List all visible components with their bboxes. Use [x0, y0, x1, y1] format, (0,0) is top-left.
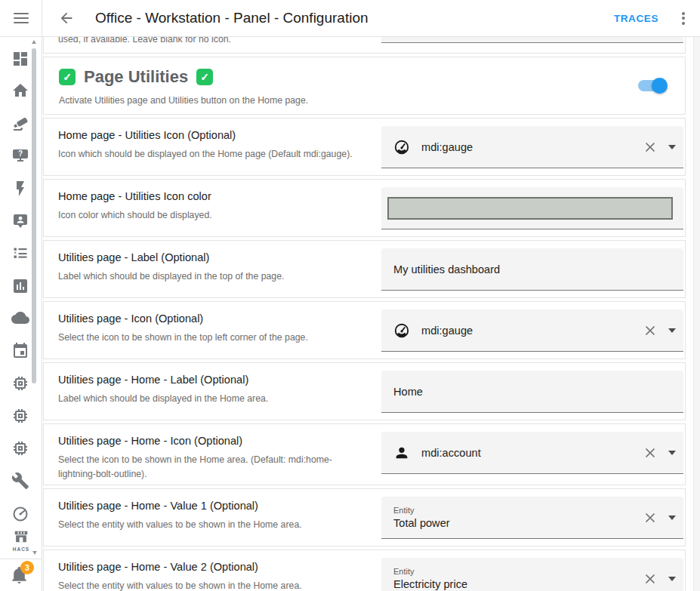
icon-select-input[interactable]: mdi:gauge: [381, 126, 683, 168]
row-label: Home page - Utilities Icon (Optional): [58, 129, 369, 141]
app-window: Office - Workstation - Panel - Configura…: [0, 0, 700, 591]
entity-select-input[interactable]: Entity Electricity price: [381, 558, 683, 591]
row-label: Utilities page - Home - Icon (Optional): [58, 435, 369, 447]
icon-select-value: mdi:account: [421, 447, 643, 459]
icon-select-value: mdi:gauge: [421, 141, 643, 153]
row-description: used, if available. Leave blank for no i…: [58, 37, 231, 45]
page-title: Office - Workstation - Panel - Configura…: [95, 10, 369, 26]
sidebar-item-calendar calendar-icon[interactable]: [11, 342, 29, 360]
notifications-button[interactable]: 3: [10, 565, 35, 588]
entity-select-value: Electricity price: [393, 578, 643, 590]
sidebar-item-tools wrench-icon[interactable]: [11, 472, 29, 490]
sidebar-scroll-up-icon[interactable]: [32, 40, 36, 44]
config-row: Utilities page - Home - Value 1 (Optiona…: [43, 488, 686, 546]
sidebar-item-cameras cctv-icon[interactable]: [11, 114, 29, 132]
sidebar-item-people account-box-icon[interactable]: [11, 212, 29, 230]
entity-select-value: Total power: [393, 517, 643, 529]
sidebar-item-device chip-icon[interactable]: [11, 439, 29, 457]
back-arrow-icon[interactable]: [58, 10, 75, 26]
row-description: Select the entity with values to be show…: [58, 518, 369, 532]
hacs-store-icon: [13, 528, 29, 545]
check-mark-icon: ✓: [59, 69, 76, 85]
config-row: Utilities page - Home - Icon (Optional) …: [43, 423, 686, 485]
text-input[interactable]: [381, 37, 683, 43]
gauge-icon: [393, 322, 410, 339]
clear-icon[interactable]: [643, 323, 658, 338]
sidebar-item-network network-question-icon[interactable]: ?: [11, 147, 29, 165]
row-description: Select the icon to be shown in the top l…: [58, 331, 369, 345]
sidebar-item-overview view-dashboard-icon[interactable]: [11, 50, 29, 68]
sidebar-scroll-down-icon[interactable]: [32, 551, 37, 555]
account-icon: [393, 445, 410, 461]
config-row: Utilities page - Label (Optional) Label …: [43, 240, 686, 298]
config-row: Home page - Utilities Icon (Optional) Ic…: [43, 118, 686, 176]
row-label: Utilities page - Home - Value 1 (Optiona…: [58, 500, 369, 512]
config-row-partial: used, if available. Leave blank for no i…: [43, 37, 686, 54]
sidebar-item-hacs[interactable]: HACS: [6, 528, 36, 552]
text-input-value: My utilities dashboard: [393, 263, 676, 275]
sidebar-item-gauge speedometer-icon[interactable]: [11, 505, 29, 523]
sidebar-header-cell: [0, 0, 42, 36]
clear-icon[interactable]: [643, 140, 658, 155]
sidebar: ? HACS 3: [0, 37, 42, 591]
main-content: used, if available. Leave blank for no i…: [43, 37, 686, 591]
kebab-menu-icon[interactable]: [677, 11, 690, 26]
notification-badge: 3: [20, 561, 34, 574]
sidebar-divider: [0, 559, 42, 559]
row-description: Icon which should be displayed on the Ho…: [58, 147, 369, 162]
row-description: Label which should be displayed in the t…: [58, 269, 369, 284]
row-label: Utilities page - Icon (Optional): [58, 312, 369, 325]
page-scrollbar[interactable]: [693, 37, 700, 591]
chevron-down-icon[interactable]: [668, 451, 676, 455]
sidebar-item-device chip-icon[interactable]: [11, 407, 29, 425]
clear-icon[interactable]: [643, 571, 658, 586]
sidebar-scrollbar[interactable]: [32, 48, 36, 383]
row-description: Select the icon to be shown in the Home …: [58, 453, 369, 482]
color-picker-input[interactable]: [381, 187, 683, 229]
section-title: Page Utilities: [84, 67, 188, 87]
clear-icon[interactable]: [643, 510, 658, 525]
section-subtitle: Activate Utilities page and Utilities bu…: [59, 95, 670, 106]
text-input[interactable]: My utilities dashboard: [381, 248, 683, 291]
svg-text:?: ?: [18, 149, 23, 158]
text-input[interactable]: Home: [381, 371, 683, 413]
utilities-toggle[interactable]: [638, 80, 665, 91]
toggle-thumb: [652, 78, 668, 94]
check-mark-icon: ✓: [196, 69, 213, 85]
sidebar-item-cloud cloud-icon[interactable]: [11, 309, 29, 327]
icon-select-input[interactable]: mdi:account: [381, 432, 683, 474]
row-label: Utilities page - Home - Label (Optional): [58, 374, 369, 386]
gauge-icon: [393, 139, 410, 155]
chevron-down-icon[interactable]: [668, 145, 676, 149]
sidebar-item-energy lightning-bolt-icon[interactable]: [11, 180, 29, 198]
entity-field-label: Entity: [393, 567, 643, 576]
sidebar-item-history chart-box-icon[interactable]: [11, 277, 29, 295]
section-card-page-utilities: ✓ Page Utilities ✓ Activate Utilities pa…: [43, 57, 686, 115]
clear-icon[interactable]: [643, 445, 658, 460]
config-row: Utilities page - Icon (Optional) Select …: [43, 301, 686, 359]
config-row: Utilities page - Home - Value 2 (Optiona…: [43, 549, 686, 591]
sidebar-item-todo todo-list-icon[interactable]: [11, 245, 29, 263]
hamburger-menu-icon[interactable]: [14, 13, 29, 23]
text-input-value: Home: [393, 386, 676, 398]
color-swatch[interactable]: [387, 197, 673, 220]
traces-button[interactable]: TRACES: [614, 13, 658, 24]
header-bar: Office - Workstation - Panel - Configura…: [0, 0, 700, 37]
chevron-down-icon[interactable]: [668, 577, 676, 581]
sidebar-item-home home-icon[interactable]: [11, 82, 29, 100]
row-description: Select the entity with values to be show…: [58, 579, 369, 591]
row-label: Utilities page - Label (Optional): [58, 251, 369, 263]
chevron-down-icon[interactable]: [668, 328, 676, 333]
icon-select-value: mdi:gauge: [421, 325, 643, 337]
sidebar-item-device chip-icon[interactable]: [11, 374, 29, 392]
config-row: Home page - Utilities Icon color Icon co…: [43, 179, 686, 237]
hacs-label: HACS: [6, 546, 36, 552]
row-description: Icon color which should be displayed.: [58, 208, 369, 223]
chevron-down-icon[interactable]: [668, 516, 676, 520]
entity-select-input[interactable]: Entity Total power: [381, 497, 683, 539]
row-label: Home page - Utilities Icon color: [58, 190, 369, 202]
row-label: Utilities page - Home - Value 2 (Optiona…: [58, 561, 369, 573]
icon-select-input[interactable]: mdi:gauge: [381, 309, 683, 352]
row-description: Label which should be displayed in the H…: [58, 392, 369, 406]
config-row: Utilities page - Home - Label (Optional)…: [43, 362, 686, 420]
